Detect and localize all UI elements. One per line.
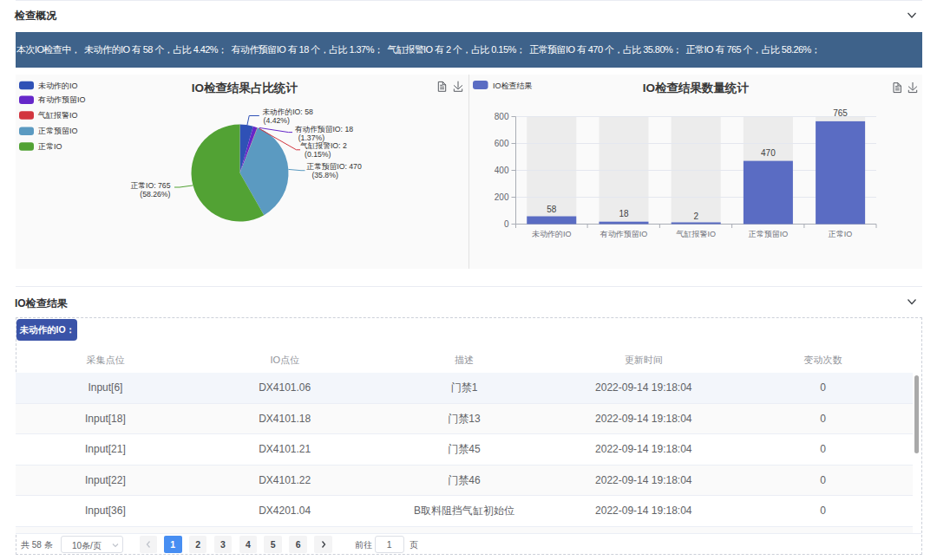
svg-text:18: 18 — [619, 209, 629, 218]
svg-text:(58.26%): (58.26%) — [140, 190, 170, 199]
svg-text:正常预留IO: 正常预留IO — [748, 230, 789, 238]
svg-text:(35.8%): (35.8%) — [311, 171, 338, 179]
svg-text:气缸报警IO: 气缸报警IO — [675, 230, 716, 238]
svg-text:200: 200 — [495, 192, 509, 202]
svg-text:58: 58 — [547, 205, 557, 214]
svg-text:IO检查结果数量统计: IO检查结果数量统计 — [643, 81, 750, 94]
svg-text:470: 470 — [761, 148, 776, 158]
svg-text:正常IO: 正常IO — [37, 142, 62, 151]
svg-text:正常预留IO: 正常预留IO — [37, 127, 78, 135]
svg-text:正常IO: 正常IO — [828, 230, 853, 238]
svg-text:未动作的IO: 未动作的IO — [532, 230, 572, 238]
svg-text:IO检查结果: IO检查结果 — [493, 81, 533, 90]
svg-text:未动作的IO: 未动作的IO — [38, 81, 78, 90]
svg-text:(1.37%): (1.37%) — [298, 133, 325, 142]
svg-text:800: 800 — [495, 112, 509, 121]
svg-text:未动作的IO: 58: 未动作的IO: 58 — [262, 107, 313, 116]
svg-text:400: 400 — [495, 166, 509, 175]
svg-text:(4.42%): (4.42%) — [264, 116, 291, 125]
svg-text:气缸报警IO: 气缸报警IO — [37, 111, 78, 120]
svg-text:2: 2 — [693, 212, 698, 221]
svg-text:IO检查结果占比统计: IO检查结果占比统计 — [192, 81, 298, 94]
svg-text:有动作预留IO: 18: 有动作预留IO: 18 — [295, 125, 353, 133]
svg-text:正常预留IO: 470: 正常预留IO: 470 — [306, 162, 362, 171]
svg-text:正常IO: 765: 正常IO: 765 — [130, 181, 171, 190]
svg-text:(0.15%): (0.15%) — [305, 150, 331, 159]
svg-text:600: 600 — [495, 139, 509, 148]
svg-text:0: 0 — [504, 219, 509, 229]
svg-text:765: 765 — [833, 108, 848, 118]
svg-text:气缸报警IO: 2: 气缸报警IO: 2 — [300, 141, 347, 150]
svg-text:有动作预留IO: 有动作预留IO — [600, 230, 648, 238]
svg-text:有动作预留IO: 有动作预留IO — [37, 95, 86, 104]
